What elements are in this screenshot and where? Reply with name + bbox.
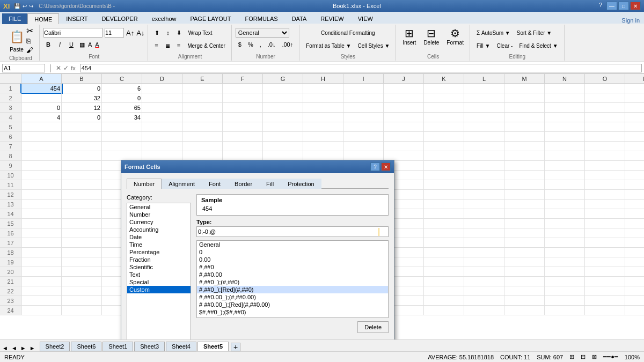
cell[interactable] [504,200,545,209]
cell[interactable] [102,151,142,160]
cell[interactable] [21,219,62,228]
cell[interactable] [504,257,545,267]
dialog-tab-border[interactable]: Border [228,179,259,189]
cell[interactable] [343,113,384,122]
cat-custom[interactable]: Custom [127,286,191,293]
type-item-dollar0-red[interactable]: $#,##0_);[Red]($#,##0) [197,316,388,318]
cell[interactable] [62,180,102,189]
col-header-c[interactable]: C [102,74,142,83]
cell[interactable] [424,93,464,102]
sheet-tab-5[interactable]: Sheet5 [197,342,229,351]
cell[interactable] [585,296,625,305]
cat-text[interactable]: Text [127,271,191,278]
cell[interactable] [625,132,644,141]
cell[interactable] [62,219,102,228]
cell[interactable] [625,209,644,218]
cell[interactable] [182,103,223,112]
col-header-a[interactable]: A [21,74,62,83]
cell[interactable] [384,84,424,93]
cell[interactable] [142,142,182,151]
cell[interactable] [424,122,464,131]
cat-time[interactable]: Time [127,241,191,248]
cell[interactable] [263,142,303,151]
tab-data[interactable]: DATA [285,13,314,24]
cell[interactable] [424,228,464,238]
cell[interactable] [142,113,182,122]
sheet-tab-2[interactable]: Sheet2 [40,342,70,351]
cell[interactable] [223,122,263,131]
dialog-help-button[interactable]: ? [370,162,380,171]
cell[interactable] [424,190,464,199]
paste-button[interactable]: 📋 Paste [8,27,25,53]
cell[interactable] [263,103,303,112]
font-size-input[interactable] [105,28,124,38]
cell[interactable] [545,93,585,102]
cat-percentage[interactable]: Percentage [127,248,191,256]
cell[interactable] [504,84,545,93]
cell[interactable] [545,84,585,93]
dialog-tab-alignment[interactable]: Alignment [162,179,202,189]
cell[interactable]: 0 [102,93,142,102]
cell[interactable] [424,113,464,122]
cell[interactable] [384,142,424,151]
tab-formulas[interactable]: FORMULAS [238,13,285,24]
col-header-o[interactable]: O [585,74,625,83]
tab-insert[interactable]: INSERT [59,13,94,24]
tab-home[interactable]: HOME [27,13,59,24]
cell[interactable] [585,151,625,160]
col-header-d[interactable]: D [142,74,182,83]
cell[interactable] [424,238,464,247]
cell[interactable] [62,277,102,286]
cell[interactable] [263,122,303,131]
cell[interactable] [625,142,644,151]
type-item-0[interactable]: 0 [197,248,388,256]
col-header-n[interactable]: N [545,74,585,83]
cell[interactable] [21,257,62,267]
cell[interactable] [182,151,223,160]
sheet-tab-6[interactable]: Sheet6 [71,342,101,351]
cell[interactable] [223,142,263,151]
comma-button[interactable]: , [257,39,264,50]
cell[interactable] [142,84,182,93]
cell[interactable] [545,142,585,151]
type-item-comma0-paren[interactable]: #,##0_);(#,##0) [197,278,388,286]
fill-button[interactable]: Fill ▼ [474,40,493,51]
cell[interactable] [504,151,545,160]
cell[interactable]: 0 [21,103,62,112]
cell[interactable] [464,180,504,189]
cell[interactable] [263,84,303,93]
cell[interactable] [545,248,585,257]
cell[interactable] [21,93,62,102]
insert-function-icon[interactable]: fx [71,65,76,71]
cell[interactable] [504,286,545,295]
cell[interactable] [504,306,545,315]
cell[interactable] [545,122,585,131]
cell[interactable] [545,200,585,209]
cell[interactable] [223,132,263,141]
cell[interactable] [464,93,504,102]
col-header-e[interactable]: E [182,74,223,83]
align-bottom-button[interactable]: ⬇ [174,27,184,39]
font-name-input[interactable] [43,28,103,38]
quick-access-redo[interactable]: ↪ [29,3,33,9]
cell[interactable] [585,93,625,102]
cell[interactable] [62,306,102,315]
number-format-dropdown[interactable]: General Number Currency [236,28,289,38]
cell[interactable] [182,142,223,151]
col-header-j[interactable]: J [384,74,424,83]
decrease-decimal-button[interactable]: .0↓ [265,39,279,50]
cell[interactable] [223,84,263,93]
cell[interactable] [62,238,102,247]
cell[interactable] [21,132,62,141]
cell[interactable] [625,306,644,315]
cell[interactable]: 454 [21,84,62,93]
cell[interactable] [21,238,62,247]
cell[interactable] [303,84,343,93]
cell[interactable] [62,257,102,267]
delete-cells-button[interactable]: ⊟Delete [421,26,442,53]
cell[interactable] [263,151,303,160]
format-painter-button[interactable]: 🖌 [26,46,33,54]
sheet-nav-right2[interactable]: ► [20,345,26,351]
cell[interactable] [343,151,384,160]
cell[interactable] [504,93,545,102]
